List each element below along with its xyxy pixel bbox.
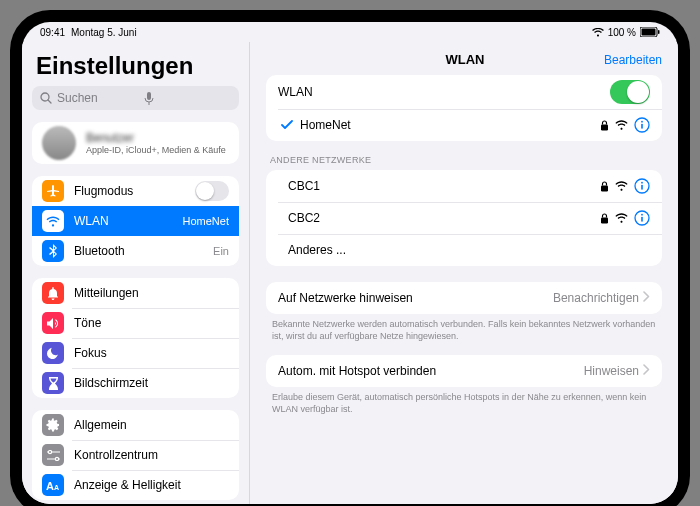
sidebar-item-display[interactable]: AA Anzeige & Helligkeit bbox=[32, 470, 239, 500]
svg-point-10 bbox=[55, 457, 58, 460]
svg-point-21 bbox=[641, 182, 643, 184]
connected-network-name: HomeNet bbox=[300, 118, 600, 132]
lock-icon bbox=[600, 213, 609, 224]
network-row-cbc2[interactable]: CBC2 bbox=[266, 202, 662, 234]
general-label: Allgemein bbox=[74, 418, 229, 432]
sidebar-item-wlan[interactable]: WLAN HomeNet bbox=[32, 206, 239, 236]
svg-rect-15 bbox=[601, 124, 608, 130]
search-icon bbox=[40, 92, 52, 104]
notifications-label: Mitteilungen bbox=[74, 286, 229, 300]
sidebar-item-control-center[interactable]: Kontrollzentrum bbox=[32, 440, 239, 470]
edit-button[interactable]: Bearbeiten bbox=[604, 53, 662, 67]
detail-title: WLAN bbox=[326, 52, 604, 67]
network-name: CBC1 bbox=[288, 179, 600, 193]
svg-line-4 bbox=[48, 100, 51, 103]
sidebar-item-sounds[interactable]: Töne bbox=[32, 308, 239, 338]
info-button[interactable] bbox=[634, 117, 650, 133]
sidebar-item-notifications[interactable]: Mitteilungen bbox=[32, 278, 239, 308]
sliders-icon bbox=[47, 450, 60, 461]
other-network-label: Anderes ... bbox=[288, 243, 650, 257]
gear-icon bbox=[46, 418, 60, 432]
settings-sidebar: Einstellungen Suchen Benutzer Apple-ID, … bbox=[22, 42, 249, 504]
hotspot-footer: Erlaube diesem Gerät, automatisch persön… bbox=[266, 387, 662, 420]
ask-label: Auf Netzwerke hinweisen bbox=[278, 291, 553, 305]
speaker-icon bbox=[47, 318, 60, 329]
svg-rect-5 bbox=[147, 92, 151, 100]
focus-label: Fokus bbox=[74, 346, 229, 360]
svg-rect-23 bbox=[601, 217, 608, 223]
svg-point-17 bbox=[641, 121, 643, 123]
bell-icon bbox=[47, 287, 59, 300]
search-input[interactable]: Suchen bbox=[32, 86, 239, 110]
checkmark-icon bbox=[278, 120, 296, 130]
wlan-toggle-label: WLAN bbox=[278, 85, 610, 99]
hotspot-value: Hinweisen bbox=[584, 364, 639, 378]
status-bar: 09:41 Montag 5. Juni 100 % bbox=[22, 22, 678, 42]
account-sub: Apple-ID, iCloud+, Medien & Käufe bbox=[86, 145, 226, 155]
sidebar-item-general[interactable]: Allgemein bbox=[32, 410, 239, 440]
svg-text:A: A bbox=[46, 480, 54, 491]
bluetooth-icon bbox=[49, 244, 57, 258]
wifi-icon bbox=[615, 213, 628, 223]
mic-icon[interactable] bbox=[144, 92, 231, 105]
network-row-cbc1[interactable]: CBC1 bbox=[266, 170, 662, 202]
svg-rect-2 bbox=[658, 30, 660, 34]
wlan-toggle-row: WLAN bbox=[266, 75, 662, 109]
svg-rect-26 bbox=[641, 217, 643, 222]
svg-point-25 bbox=[641, 214, 643, 216]
display-label: Anzeige & Helligkeit bbox=[74, 478, 229, 492]
avatar bbox=[42, 126, 76, 160]
svg-rect-19 bbox=[601, 185, 608, 191]
search-placeholder: Suchen bbox=[57, 91, 144, 105]
status-time: 09:41 bbox=[40, 27, 65, 38]
battery-icon bbox=[640, 27, 660, 37]
sounds-label: Töne bbox=[74, 316, 229, 330]
status-date: Montag 5. Juni bbox=[71, 27, 137, 38]
page-title: Einstellungen bbox=[36, 52, 235, 80]
info-button[interactable] bbox=[634, 178, 650, 194]
wifi-icon bbox=[615, 120, 628, 130]
ask-to-join-row[interactable]: Auf Netzwerke hinweisen Benachrichtigen bbox=[266, 282, 662, 314]
bluetooth-label: Bluetooth bbox=[74, 244, 213, 258]
ask-footer: Bekannte Netzwerke werden automatisch ve… bbox=[266, 314, 662, 347]
sidebar-item-screentime[interactable]: Bildschirmzeit bbox=[32, 368, 239, 398]
svg-rect-22 bbox=[641, 185, 643, 190]
svg-text:A: A bbox=[54, 484, 59, 491]
network-row-other[interactable]: Anderes ... bbox=[266, 234, 662, 266]
ask-value: Benachrichtigen bbox=[553, 291, 639, 305]
sidebar-item-bluetooth[interactable]: Bluetooth Ein bbox=[32, 236, 239, 266]
wlan-detail-pane: WLAN Bearbeiten WLAN HomeNet bbox=[250, 42, 678, 504]
airplane-toggle[interactable] bbox=[195, 181, 229, 201]
airplane-icon bbox=[46, 184, 60, 198]
wlan-detail: HomeNet bbox=[183, 215, 229, 227]
connected-network-row[interactable]: HomeNet bbox=[266, 109, 662, 141]
sidebar-item-focus[interactable]: Fokus bbox=[32, 338, 239, 368]
svg-rect-18 bbox=[641, 124, 643, 129]
status-battery-text: 100 % bbox=[608, 27, 636, 38]
control-center-label: Kontrollzentrum bbox=[74, 448, 229, 462]
screentime-label: Bildschirmzeit bbox=[74, 376, 229, 390]
wlan-toggle[interactable] bbox=[610, 80, 650, 104]
wifi-icon bbox=[592, 28, 604, 37]
text-size-icon: AA bbox=[46, 480, 60, 491]
svg-point-7 bbox=[48, 450, 51, 453]
auto-hotspot-row[interactable]: Autom. mit Hotspot verbinden Hinweisen bbox=[266, 355, 662, 387]
lock-icon bbox=[600, 120, 609, 131]
lock-icon bbox=[600, 181, 609, 192]
bluetooth-detail: Ein bbox=[213, 245, 229, 257]
hourglass-icon bbox=[48, 377, 59, 390]
hotspot-label: Autom. mit Hotspot verbinden bbox=[278, 364, 584, 378]
moon-icon bbox=[47, 347, 59, 359]
sidebar-item-airplane[interactable]: Flugmodus bbox=[32, 176, 239, 206]
account-row[interactable]: Benutzer Apple-ID, iCloud+, Medien & Käu… bbox=[32, 122, 239, 164]
other-networks-header: ANDERE NETZWERKE bbox=[270, 155, 658, 165]
wlan-label: WLAN bbox=[74, 214, 183, 228]
svg-rect-1 bbox=[642, 29, 656, 36]
chevron-right-icon bbox=[643, 291, 650, 305]
account-name: Benutzer bbox=[86, 131, 226, 145]
wifi-icon bbox=[46, 216, 60, 227]
network-name: CBC2 bbox=[288, 211, 600, 225]
airplane-label: Flugmodus bbox=[74, 184, 195, 198]
info-button[interactable] bbox=[634, 210, 650, 226]
chevron-right-icon bbox=[643, 364, 650, 378]
